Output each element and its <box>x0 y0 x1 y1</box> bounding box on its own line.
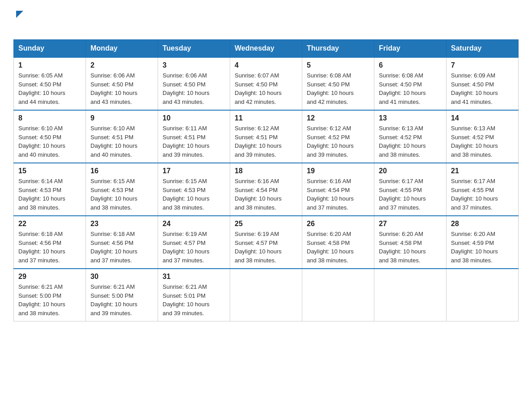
day-number: 4 <box>235 61 297 69</box>
calendar-cell: 25 Sunrise: 6:19 AM Sunset: 4:57 PM Dayl… <box>230 216 302 269</box>
day-info: Sunrise: 6:20 AM Sunset: 4:58 PM Dayligh… <box>307 231 354 264</box>
day-number: 22 <box>18 220 81 228</box>
day-number: 10 <box>163 114 225 122</box>
day-info: Sunrise: 6:14 AM Sunset: 4:53 PM Dayligh… <box>18 178 65 211</box>
day-number: 9 <box>90 114 153 122</box>
calendar-cell: 13 Sunrise: 6:13 AM Sunset: 4:52 PM Dayl… <box>374 110 446 163</box>
day-number: 2 <box>90 61 153 69</box>
day-number: 1 <box>18 61 81 69</box>
calendar-cell: 31 Sunrise: 6:21 AM Sunset: 5:01 PM Dayl… <box>158 269 230 321</box>
day-info: Sunrise: 6:17 AM Sunset: 4:55 PM Dayligh… <box>379 178 426 211</box>
day-number: 31 <box>163 273 225 281</box>
calendar-cell: 22 Sunrise: 6:18 AM Sunset: 4:56 PM Dayl… <box>14 216 86 269</box>
calendar-week-row: 8 Sunrise: 6:10 AM Sunset: 4:50 PM Dayli… <box>14 110 519 163</box>
day-info: Sunrise: 6:13 AM Sunset: 4:52 PM Dayligh… <box>379 125 426 158</box>
calendar-table: SundayMondayTuesdayWednesdayThursdayFrid… <box>13 39 519 321</box>
day-number: 27 <box>379 220 442 228</box>
day-number: 16 <box>90 167 153 175</box>
calendar-cell: 27 Sunrise: 6:20 AM Sunset: 4:58 PM Dayl… <box>374 216 446 269</box>
calendar-cell: 1 Sunrise: 6:05 AM Sunset: 4:50 PM Dayli… <box>14 57 86 110</box>
day-info: Sunrise: 6:15 AM Sunset: 4:53 PM Dayligh… <box>90 178 137 211</box>
calendar-cell: 2 Sunrise: 6:06 AM Sunset: 4:50 PM Dayli… <box>86 57 158 110</box>
calendar-cell: 20 Sunrise: 6:17 AM Sunset: 4:55 PM Dayl… <box>374 163 446 216</box>
day-number: 18 <box>235 167 297 175</box>
day-info: Sunrise: 6:21 AM Sunset: 5:01 PM Dayligh… <box>163 283 210 317</box>
day-info: Sunrise: 6:19 AM Sunset: 4:57 PM Dayligh… <box>235 231 282 264</box>
day-number: 19 <box>307 167 369 175</box>
calendar-cell <box>302 269 374 321</box>
column-header-monday: Monday <box>86 40 158 58</box>
calendar-cell: 7 Sunrise: 6:09 AM Sunset: 4:50 PM Dayli… <box>446 57 519 110</box>
calendar-cell: 16 Sunrise: 6:15 AM Sunset: 4:53 PM Dayl… <box>86 163 158 216</box>
day-number: 5 <box>307 61 369 69</box>
day-number: 11 <box>235 114 297 122</box>
day-info: Sunrise: 6:21 AM Sunset: 5:00 PM Dayligh… <box>18 283 65 317</box>
day-number: 23 <box>90 220 153 228</box>
calendar-cell: 21 Sunrise: 6:17 AM Sunset: 4:55 PM Dayl… <box>446 163 519 216</box>
calendar-cell: 15 Sunrise: 6:14 AM Sunset: 4:53 PM Dayl… <box>14 163 86 216</box>
calendar-week-row: 22 Sunrise: 6:18 AM Sunset: 4:56 PM Dayl… <box>14 216 519 269</box>
day-number: 30 <box>90 273 153 281</box>
calendar-cell: 19 Sunrise: 6:16 AM Sunset: 4:54 PM Dayl… <box>302 163 374 216</box>
day-info: Sunrise: 6:17 AM Sunset: 4:55 PM Dayligh… <box>451 178 498 211</box>
day-number: 15 <box>18 167 81 175</box>
calendar-cell: 23 Sunrise: 6:18 AM Sunset: 4:56 PM Dayl… <box>86 216 158 269</box>
day-number: 21 <box>451 167 514 175</box>
day-number: 13 <box>379 114 442 122</box>
day-info: Sunrise: 6:16 AM Sunset: 4:54 PM Dayligh… <box>307 178 354 211</box>
day-info: Sunrise: 6:08 AM Sunset: 4:50 PM Dayligh… <box>307 72 354 105</box>
day-number: 12 <box>307 114 369 122</box>
calendar-cell <box>374 269 446 321</box>
calendar-cell: 8 Sunrise: 6:10 AM Sunset: 4:50 PM Dayli… <box>14 110 86 163</box>
calendar-cell: 11 Sunrise: 6:12 AM Sunset: 4:51 PM Dayl… <box>230 110 302 163</box>
svg-marker-0 <box>16 11 23 18</box>
column-header-saturday: Saturday <box>446 40 519 58</box>
day-info: Sunrise: 6:21 AM Sunset: 5:00 PM Dayligh… <box>90 283 137 317</box>
day-info: Sunrise: 6:11 AM Sunset: 4:51 PM Dayligh… <box>163 125 210 158</box>
calendar-cell: 17 Sunrise: 6:15 AM Sunset: 4:53 PM Dayl… <box>158 163 230 216</box>
day-info: Sunrise: 6:16 AM Sunset: 4:54 PM Dayligh… <box>235 178 282 211</box>
day-info: Sunrise: 6:15 AM Sunset: 4:53 PM Dayligh… <box>163 178 210 211</box>
day-info: Sunrise: 6:20 AM Sunset: 4:59 PM Dayligh… <box>451 231 498 264</box>
day-info: Sunrise: 6:12 AM Sunset: 4:52 PM Dayligh… <box>307 125 354 158</box>
day-number: 6 <box>379 61 442 69</box>
calendar-cell: 26 Sunrise: 6:20 AM Sunset: 4:58 PM Dayl… <box>302 216 374 269</box>
day-info: Sunrise: 6:18 AM Sunset: 4:56 PM Dayligh… <box>18 231 65 264</box>
day-info: Sunrise: 6:07 AM Sunset: 4:50 PM Dayligh… <box>235 72 282 105</box>
calendar-cell: 24 Sunrise: 6:19 AM Sunset: 4:57 PM Dayl… <box>158 216 230 269</box>
column-header-wednesday: Wednesday <box>230 40 302 58</box>
column-header-thursday: Thursday <box>302 40 374 58</box>
day-info: Sunrise: 6:13 AM Sunset: 4:52 PM Dayligh… <box>451 125 498 158</box>
day-info: Sunrise: 6:06 AM Sunset: 4:50 PM Dayligh… <box>90 72 137 105</box>
day-info: Sunrise: 6:09 AM Sunset: 4:50 PM Dayligh… <box>451 72 498 105</box>
page-header <box>13 9 519 30</box>
calendar-cell <box>446 269 519 321</box>
calendar-cell <box>230 269 302 321</box>
day-number: 25 <box>235 220 297 228</box>
calendar-week-row: 29 Sunrise: 6:21 AM Sunset: 5:00 PM Dayl… <box>14 269 519 321</box>
day-number: 7 <box>451 61 514 69</box>
calendar-cell: 3 Sunrise: 6:06 AM Sunset: 4:50 PM Dayli… <box>158 57 230 110</box>
calendar-cell: 5 Sunrise: 6:08 AM Sunset: 4:50 PM Dayli… <box>302 57 374 110</box>
day-number: 24 <box>163 220 225 228</box>
calendar-cell: 18 Sunrise: 6:16 AM Sunset: 4:54 PM Dayl… <box>230 163 302 216</box>
day-info: Sunrise: 6:05 AM Sunset: 4:50 PM Dayligh… <box>18 72 65 105</box>
day-info: Sunrise: 6:12 AM Sunset: 4:51 PM Dayligh… <box>235 125 282 158</box>
logo <box>13 9 23 30</box>
column-header-sunday: Sunday <box>14 40 86 58</box>
day-info: Sunrise: 6:20 AM Sunset: 4:58 PM Dayligh… <box>379 231 426 264</box>
calendar-cell: 14 Sunrise: 6:13 AM Sunset: 4:52 PM Dayl… <box>446 110 519 163</box>
calendar-cell: 10 Sunrise: 6:11 AM Sunset: 4:51 PM Dayl… <box>158 110 230 163</box>
day-info: Sunrise: 6:19 AM Sunset: 4:57 PM Dayligh… <box>163 231 210 264</box>
day-number: 20 <box>379 167 442 175</box>
calendar-week-row: 1 Sunrise: 6:05 AM Sunset: 4:50 PM Dayli… <box>14 57 519 110</box>
calendar-cell: 12 Sunrise: 6:12 AM Sunset: 4:52 PM Dayl… <box>302 110 374 163</box>
day-info: Sunrise: 6:06 AM Sunset: 4:50 PM Dayligh… <box>163 72 210 105</box>
day-number: 29 <box>18 273 81 281</box>
day-number: 17 <box>163 167 225 175</box>
day-info: Sunrise: 6:08 AM Sunset: 4:50 PM Dayligh… <box>379 72 426 105</box>
day-info: Sunrise: 6:10 AM Sunset: 4:51 PM Dayligh… <box>90 125 137 158</box>
day-number: 26 <box>307 220 369 228</box>
day-number: 8 <box>18 114 81 122</box>
calendar-cell: 6 Sunrise: 6:08 AM Sunset: 4:50 PM Dayli… <box>374 57 446 110</box>
